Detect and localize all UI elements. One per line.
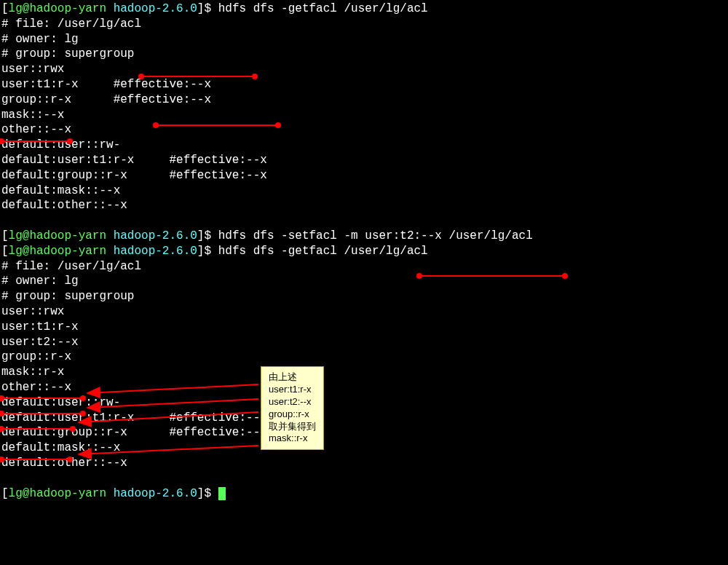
out2-owner: # owner: lg: [1, 274, 728, 289]
out2-d-user: default:user::rw-: [1, 395, 728, 411]
out1-user: user::rwx: [1, 62, 728, 77]
annotation-note: 由上述 user:t1:r-x user:t2:--x group::r-x 取…: [261, 366, 324, 450]
note-line: user:t2:--x: [269, 396, 316, 408]
out2-d-mask: default:mask::--x: [1, 440, 728, 456]
underline-annotation: [1, 141, 70, 142]
out2-group: # group: supergroup: [1, 289, 728, 304]
out1-group: # group: supergroup: [1, 47, 728, 62]
note-line: 取并集得到: [269, 421, 316, 433]
out1-other: other::--x: [1, 122, 728, 138]
prompt-line-4: [lg@hadoop-yarn hadoop-2.6.0]$: [1, 486, 728, 502]
underline-annotation: [1, 459, 70, 460]
command-getfacl-1: hdfs dfs -getfacl /user/lg/acl: [218, 2, 428, 15]
out2-mask: mask::r-x: [1, 365, 728, 380]
underline-annotation: [1, 428, 73, 430]
cursor-icon: [218, 487, 226, 500]
command-setfacl: hdfs dfs -setfacl -m user:t2:--x /user/l…: [218, 229, 533, 242]
note-line: user:t1:r-x: [269, 384, 316, 396]
out1-file: # file: /user/lg/acl: [1, 17, 728, 32]
out2-user: user::rwx: [1, 304, 728, 320]
prompt-line-2: [lg@hadoop-yarn hadoop-2.6.0]$ hdfs dfs …: [1, 229, 728, 244]
underline-annotation: [419, 275, 565, 277]
out2-file: # file: /user/lg/acl: [1, 259, 728, 274]
out1-d-other: default:other::--x: [1, 198, 728, 213]
prompt-line-3: [lg@hadoop-yarn hadoop-2.6.0]$ hdfs dfs …: [1, 244, 728, 259]
underline-annotation: [1, 413, 83, 414]
out1-d-user-t1: default:user:t1:r-x #effective:--x: [1, 153, 728, 168]
out1-d-user: default:user::rw-: [1, 138, 728, 153]
note-line: group::r-x: [269, 408, 316, 421]
underline-annotation: [156, 125, 278, 126]
terminal[interactable]: [lg@hadoop-yarn hadoop-2.6.0]$ hdfs dfs …: [1, 1, 728, 501]
out1-d-mask: default:mask::--x: [1, 183, 728, 199]
underline-annotation: [1, 398, 83, 399]
note-line: 由上述: [269, 371, 316, 384]
prompt-line-1: [lg@hadoop-yarn hadoop-2.6.0]$ hdfs dfs …: [1, 1, 728, 17]
out2-d-group: default:group::r-x #effective:--x: [1, 425, 728, 440]
command-getfacl-2: hdfs dfs -getfacl /user/lg/acl: [218, 245, 428, 258]
out2-d-other: default:other::--x: [1, 456, 728, 471]
underline-annotation: [141, 76, 255, 77]
out2-grp: group::r-x: [1, 349, 728, 365]
out1-owner: # owner: lg: [1, 32, 728, 47]
out2-d-user-t1: default:user:t1:r-x #effective:--x: [1, 411, 728, 426]
note-line: mask::r-x: [269, 432, 316, 445]
blank-1: [1, 213, 728, 229]
blank-2: [1, 471, 728, 486]
out1-user-t1: user:t1:r-x #effective:--x: [1, 77, 728, 92]
out1-d-group: default:group::r-x #effective:--x: [1, 168, 728, 183]
out2-user-t1: user:t1:r-x: [1, 320, 728, 335]
out1-grp: group::r-x #effective:--x: [1, 92, 728, 108]
out2-other: other::--x: [1, 380, 728, 395]
out1-mask: mask::--x: [1, 108, 728, 123]
out2-user-t2: user:t2:--x: [1, 335, 728, 350]
